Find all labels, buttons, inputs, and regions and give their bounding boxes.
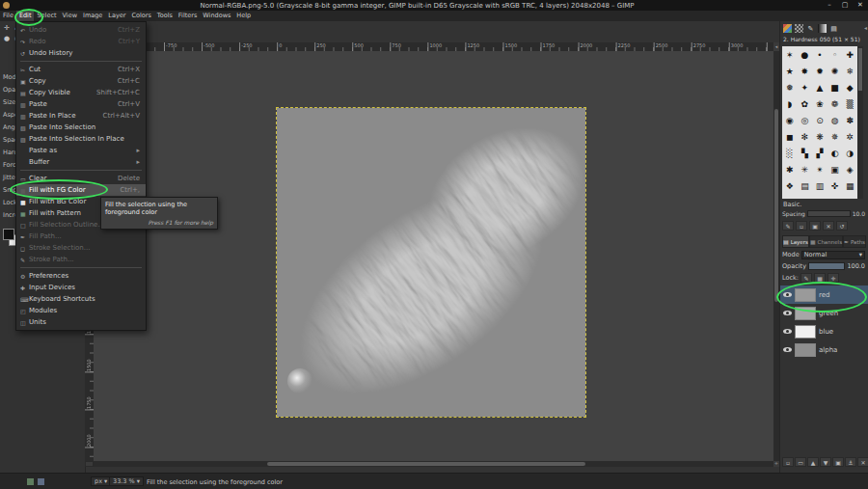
brush-thumbnail[interactable]: ❅ [782,79,798,95]
menu-item[interactable]: ◫ Units [16,316,146,328]
menu-item[interactable] [20,61,142,62]
layers-action-button[interactable]: ⚓ [845,457,856,467]
menubar-item[interactable]: Layer [105,11,128,21]
layer-row[interactable]: red [780,285,868,304]
brush-thumbnail[interactable]: ◈ [842,161,857,177]
brush-thumbnail[interactable]: ✚ [842,46,857,63]
menu-item[interactable]: Paste as ▸ [16,145,146,156]
opacity-value[interactable]: 100.0 [847,262,865,270]
lock-toggle-button[interactable]: ✛ [827,273,839,283]
lock-toggle-button[interactable]: ✎ [800,273,812,283]
dock-tab[interactable]: ▤ Layers [782,235,809,248]
brush-thumbnail[interactable]: ▚ [798,145,813,161]
brush-thumbnail[interactable]: ❄ [842,63,857,79]
brush-thumbnail[interactable]: ◦ [827,46,843,63]
brush-thumbnail[interactable]: ▦ [842,177,857,194]
menu-item[interactable]: ▨ Paste Into Selection In Place [16,133,146,145]
brush-thumbnail[interactable]: ◗ [782,95,798,112]
menu-item[interactable] [20,267,142,268]
brush-thumbnail[interactable]: ❋ [812,128,827,145]
menu-item[interactable]: ▥ Paste Ctrl+V [16,98,146,110]
layers-action-button[interactable]: ▫ [782,457,794,467]
menu-item[interactable]: ✒ Fill Path... [16,231,146,242]
collapse-arrow-icon[interactable]: ◂ [864,24,867,31]
menu-item[interactable]: ⌨ Keyboard Shortcuts [16,293,146,305]
opacity-slider[interactable] [808,262,845,270]
brush-thumbnail[interactable]: ✸ [798,63,813,79]
lock-toggle-button[interactable]: ▦ [814,273,826,283]
brush-thumbnail[interactable]: ● [798,46,813,63]
brush-thumbnail[interactable]: ▤ [798,177,813,194]
menubar-item[interactable]: Image [80,11,105,21]
menu-item[interactable]: ▥ Paste In Place Ctrl+Alt+V [16,110,146,122]
layers-action-button[interactable]: ▭ [795,457,806,467]
brush-thumbnail[interactable]: ▥ [812,177,827,194]
menu-item[interactable]: ◰ Modules [16,305,146,316]
brush-thumbnail[interactable]: ✺ [827,63,843,79]
layers-action-button[interactable]: ✕ [857,457,868,467]
spacing-value[interactable]: 10.0 [853,210,865,217]
menu-item[interactable]: ▤ Copy Visible Shift+Ctrl+C [16,87,146,98]
menu-item[interactable]: ↶ Undo Ctrl+Z [16,24,146,36]
layers-action-button[interactable]: ▲ [807,457,819,467]
dock-tab-icon[interactable] [806,24,815,33]
layer-row[interactable]: blue [780,322,868,340]
canvas-image[interactable] [277,108,585,417]
layer-row[interactable]: green [780,304,868,322]
menu-item[interactable]: ✂ Cut Ctrl+X [16,64,146,75]
horizontal-scrollbar-thumb[interactable] [267,462,585,466]
brush-thumbnail[interactable]: ✽ [842,112,857,128]
brush-thumbnail[interactable]: ★ [782,63,798,79]
menubar-item[interactable]: Edit [16,11,35,21]
dock-tab-icon[interactable] [783,24,792,33]
brush-thumbnail[interactable]: ✵ [827,128,843,145]
dock-tab-icon[interactable] [829,24,838,33]
close-button[interactable]: ✕ [853,0,868,11]
dock-tab[interactable]: ▦ Channels [809,235,843,248]
menu-item[interactable]: Buffer ▸ [16,156,146,168]
brush-thumbnail[interactable]: ✜ [827,177,843,194]
layer-row[interactable]: alpha [780,340,868,359]
dock-tab-icon[interactable] [795,24,803,33]
menubar-item[interactable]: Select [34,11,59,21]
layer-thumbnail[interactable] [795,288,816,302]
brush-thumbnail[interactable]: ▲ [812,79,827,95]
brush-thumbnail[interactable]: ✶ [782,46,798,63]
brush-action-button[interactable]: ✎ [782,221,794,231]
brush-thumbnail[interactable]: ✲ [842,128,857,145]
menu-item[interactable]: ▭ Clear Delete [16,173,146,184]
menu-item[interactable] [20,170,142,171]
menubar-item[interactable]: View [60,11,80,21]
menu-item[interactable]: ▣ Copy Ctrl+C [16,75,146,87]
brush-scrollbar-thumb[interactable] [858,48,862,91]
brush-thumbnail[interactable]: ✴ [812,161,827,177]
menubar-item[interactable]: Help [233,11,254,21]
brush-thumbnail[interactable]: ◉ [782,112,798,128]
fg-color-swatch[interactable] [3,229,14,240]
brush-thumbnail[interactable]: ✱ [782,161,798,177]
tool-icon[interactable]: ✛ [2,23,12,33]
brush-thumbnail[interactable]: ◎ [798,112,813,128]
minimize-button[interactable]: – [822,0,837,11]
menu-item[interactable]: ▧ Paste Into Selection [16,122,146,133]
zoom-select[interactable]: 33.3 % ▾ [109,476,144,486]
brush-thumbnail[interactable]: ▞ [812,145,827,161]
visibility-eye-icon[interactable] [783,347,792,352]
brush-action-button[interactable]: ↺ [836,221,848,231]
brush-thumbnail[interactable]: ░ [782,145,798,161]
brush-thumbnail[interactable]: ◆ [842,79,857,95]
menu-item[interactable]: ↺ Undo History [16,47,146,59]
vertical-scrollbar-thumb[interactable] [774,109,778,302]
brush-thumbnail[interactable]: ▣ [827,161,843,177]
visibility-eye-icon[interactable] [783,292,792,297]
horizontal-scrollbar[interactable] [94,461,773,467]
brush-thumbnail[interactable]: ✹ [812,63,827,79]
menu-item[interactable]: ↷ Redo Ctrl+Y [16,36,146,47]
menubar-item[interactable]: File [0,11,16,21]
menubar-item[interactable]: Colors [128,11,153,21]
layers-action-button[interactable]: ▼ [820,457,831,467]
brush-thumbnail[interactable]: • [812,46,827,63]
dock-tab[interactable]: ✒ Paths [843,235,866,248]
brush-thumbnail[interactable]: ◐ [827,145,843,161]
brush-thumbnail[interactable]: ◼ [782,128,798,145]
